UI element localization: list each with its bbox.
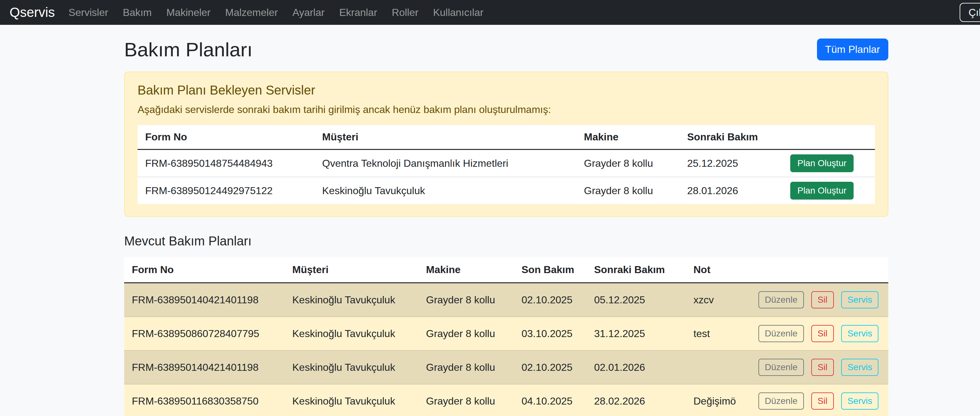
cell-next-maintenance: 02.01.2026: [587, 351, 686, 384]
nav-item-makineler[interactable]: Makineler: [159, 7, 218, 19]
cell-note: [686, 351, 751, 384]
pending-panel-title: Bakım Planı Bekleyen Servisler: [138, 83, 875, 97]
cell-last-maintenance: 02.10.2025: [514, 283, 587, 317]
nav-item-ekranlar[interactable]: Ekranlar: [332, 7, 384, 19]
existing-plans-table: Form No Müşteri Makine Son Bakım Sonraki…: [124, 257, 888, 416]
all-plans-button[interactable]: Tüm Planlar: [817, 38, 889, 60]
create-plan-button[interactable]: Plan Oluştur: [790, 154, 853, 172]
plan-row: FRM-638950116830358750 Keskinoğlu Tavukç…: [124, 384, 888, 416]
cell-customer: Keskinoğlu Tavukçuluk: [315, 177, 576, 204]
cell-form-no: FRM-638950148754484943: [138, 149, 315, 177]
pending-services-table: Form No Müşteri Makine Sonraki Bakım FRM…: [138, 125, 875, 204]
col-header-form-no: Form No: [124, 257, 285, 283]
plans-table-header-row: Form No Müşteri Makine Son Bakım Sonraki…: [124, 257, 888, 283]
nav-item-kullanicilar[interactable]: Kullanıcılar: [426, 7, 491, 19]
cell-last-maintenance: 02.10.2025: [514, 351, 587, 384]
nav-item-malzemeler[interactable]: Malzemeler: [218, 7, 285, 19]
cell-next-maintenance: 05.12.2025: [587, 283, 686, 317]
nav-menu: Servisler Bakım Makineler Malzemeler Aya…: [61, 7, 491, 19]
top-navbar: Qservis Servisler Bakım Makineler Malzem…: [0, 0, 980, 25]
delete-button[interactable]: Sil: [811, 291, 834, 308]
cell-machine: Grayder 8 kollu: [576, 177, 679, 204]
cell-form-no: FRM-638950860728407795: [124, 317, 285, 351]
col-header-actions: [783, 125, 875, 149]
edit-button[interactable]: Düzenle: [759, 359, 804, 376]
delete-button[interactable]: Sil: [811, 325, 834, 342]
cell-machine: Grayder 8 kollu: [576, 149, 679, 177]
col-header-musteri: Müşteri: [285, 257, 418, 283]
page-title: Bakım Planları: [124, 38, 253, 61]
cell-note: test: [686, 317, 751, 351]
cell-form-no: FRM-638950140421401198: [124, 351, 285, 384]
pending-panel-description: Aşağıdaki servislerde sonraki bakım tari…: [138, 104, 875, 116]
cell-customer: Keskinoğlu Tavukçuluk: [285, 351, 418, 384]
col-header-makine: Makine: [418, 257, 514, 283]
cell-next-maintenance: 28.01.2026: [679, 177, 783, 204]
delete-button[interactable]: Sil: [811, 359, 834, 376]
cell-last-maintenance: 04.10.2025: [514, 384, 587, 416]
cell-machine: Grayder 8 kollu: [418, 283, 514, 317]
logout-button[interactable]: Çıkış: [959, 3, 980, 22]
col-header-actions: [751, 257, 888, 283]
col-header-sonraki-bakim: Sonraki Bakım: [679, 125, 783, 149]
edit-button[interactable]: Düzenle: [759, 291, 804, 308]
cell-customer: Keskinoğlu Tavukçuluk: [285, 283, 418, 317]
cell-last-maintenance: 03.10.2025: [514, 317, 587, 351]
create-plan-button[interactable]: Plan Oluştur: [790, 182, 853, 200]
plan-row: FRM-638950140421401198 Keskinoğlu Tavukç…: [124, 351, 888, 384]
cell-machine: Grayder 8 kollu: [418, 317, 514, 351]
col-header-son-bakim: Son Bakım: [514, 257, 587, 283]
cell-note: Değişimö: [686, 384, 751, 416]
col-header-makine: Makine: [576, 125, 679, 149]
col-header-sonraki-bakim: Sonraki Bakım: [587, 257, 686, 283]
cell-next-maintenance: 31.12.2025: [587, 317, 686, 351]
delete-button[interactable]: Sil: [811, 392, 834, 410]
pending-services-panel: Bakım Planı Bekleyen Servisler Aşağıdaki…: [124, 71, 888, 217]
service-button[interactable]: Servis: [841, 392, 879, 410]
cell-note: xzcv: [686, 283, 751, 317]
edit-button[interactable]: Düzenle: [759, 392, 804, 410]
plan-row: FRM-638950860728407795 Keskinoğlu Tavukç…: [124, 317, 888, 351]
service-button[interactable]: Servis: [841, 291, 879, 308]
col-header-not: Not: [686, 257, 751, 283]
cell-next-maintenance: 28.02.2026: [587, 384, 686, 416]
cell-form-no: FRM-638950140421401198: [124, 283, 285, 317]
service-button[interactable]: Servis: [841, 325, 879, 342]
edit-button[interactable]: Düzenle: [759, 325, 804, 342]
cell-form-no: FRM-638950124492975122: [138, 177, 315, 204]
service-button[interactable]: Servis: [841, 359, 879, 376]
col-header-form-no: Form No: [138, 125, 315, 149]
cell-form-no: FRM-638950116830358750: [124, 384, 285, 416]
brand-logo[interactable]: Qservis: [10, 5, 55, 20]
cell-machine: Grayder 8 kollu: [418, 384, 514, 416]
existing-plans-title: Mevcut Bakım Planları: [124, 234, 888, 248]
nav-item-bakim[interactable]: Bakım: [116, 7, 159, 19]
plan-row: FRM-638950140421401198 Keskinoğlu Tavukç…: [124, 283, 888, 317]
pending-table-row: FRM-638950148754484943 Qventra Teknoloji…: [138, 149, 875, 177]
nav-item-ayarlar[interactable]: Ayarlar: [285, 7, 332, 19]
pending-table-header-row: Form No Müşteri Makine Sonraki Bakım: [138, 125, 875, 149]
nav-item-roller[interactable]: Roller: [385, 7, 426, 19]
pending-table-row: FRM-638950124492975122 Keskinoğlu Tavukç…: [138, 177, 875, 204]
nav-item-servisler[interactable]: Servisler: [61, 7, 115, 19]
cell-customer: Keskinoğlu Tavukçuluk: [285, 384, 418, 416]
cell-customer: Qventra Teknoloji Danışmanlık Hizmetleri: [315, 149, 576, 177]
main-content: Bakım Planları Tüm Planlar Bakım Planı B…: [124, 38, 888, 416]
cell-customer: Keskinoğlu Tavukçuluk: [285, 317, 418, 351]
cell-machine: Grayder 8 kollu: [418, 351, 514, 384]
cell-next-maintenance: 25.12.2025: [679, 149, 783, 177]
col-header-musteri: Müşteri: [315, 125, 576, 149]
page-header: Bakım Planları Tüm Planlar: [124, 38, 888, 61]
